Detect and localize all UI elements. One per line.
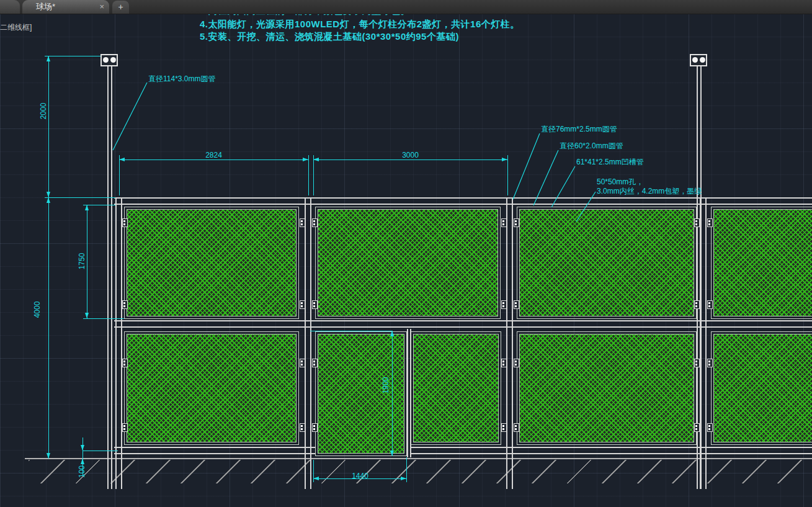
mesh-panel bbox=[711, 331, 812, 445]
clamp bbox=[501, 218, 507, 227]
mesh-panel bbox=[711, 207, 812, 319]
clamp bbox=[707, 218, 713, 227]
mesh-fill bbox=[127, 209, 297, 316]
mesh-panel bbox=[411, 331, 501, 445]
bottom-rail-right bbox=[410, 447, 812, 454]
clamp bbox=[312, 359, 318, 367]
dim-arrow bbox=[390, 451, 394, 456]
tab-label: 球场* bbox=[36, 0, 55, 14]
light-pole-left bbox=[107, 66, 112, 489]
lamp-icon bbox=[110, 57, 116, 63]
mesh-fill bbox=[519, 209, 694, 316]
mesh-fill bbox=[413, 334, 499, 442]
clamp bbox=[514, 300, 519, 309]
mesh-fill bbox=[713, 334, 812, 442]
dim-text-3000: 3000 bbox=[313, 151, 507, 159]
clamp bbox=[514, 218, 519, 227]
callout-mesh: 50*50mm孔， 3.0mm内丝，4.2mm包塑，墨绿 bbox=[597, 177, 702, 196]
fence-post-3 bbox=[506, 197, 513, 489]
dim-line-1900 bbox=[392, 331, 393, 456]
clamp bbox=[312, 423, 318, 432]
clamp bbox=[707, 300, 713, 309]
dim-extension bbox=[83, 318, 124, 319]
new-tab-button[interactable]: + bbox=[112, 1, 129, 14]
dim-text-2824: 2824 bbox=[119, 151, 308, 159]
light-fixture-right bbox=[690, 54, 707, 66]
clamp bbox=[694, 218, 700, 227]
middle-rail bbox=[114, 320, 812, 328]
dim-extension bbox=[83, 451, 118, 451]
ground-hatch bbox=[29, 460, 812, 483]
clamp bbox=[694, 359, 700, 367]
clamp bbox=[122, 359, 128, 367]
door-post bbox=[407, 329, 411, 457]
callout-channel: 61*41*2.5mm凹槽管 bbox=[576, 158, 644, 167]
dim-extension bbox=[310, 331, 392, 331]
fence-post-2 bbox=[305, 197, 311, 489]
note-line4: 4.太阳能灯，光源采用100WLED灯，每个灯柱分布2盏灯，共计16个灯柱。 bbox=[200, 19, 520, 30]
clamp bbox=[514, 423, 519, 432]
tab-qiuchang[interactable]: 球场* × bbox=[22, 0, 109, 14]
dim-arrow bbox=[390, 331, 394, 336]
note-line5: 5.安装、开挖、清运、浇筑混凝土基础(30*30*50约95个基础) bbox=[200, 31, 459, 43]
clamp bbox=[300, 423, 305, 432]
clamp bbox=[707, 359, 713, 367]
mesh-panel bbox=[124, 331, 299, 445]
mesh-panel bbox=[517, 207, 697, 319]
dim-extension bbox=[308, 155, 309, 195]
fence-post-4 bbox=[700, 197, 707, 489]
clamp bbox=[501, 359, 507, 367]
mesh-fill bbox=[318, 209, 498, 316]
dim-text-1750: 1750 bbox=[78, 249, 86, 274]
dim-line-2824 bbox=[119, 159, 308, 160]
cad-window: 球场* × + 二维线框] 3.网柱为围网立柱的一部分，颜色要求为墨绿色。 4.… bbox=[0, 0, 812, 507]
file-tab-bar: 球场* × + bbox=[0, 0, 812, 14]
dim-arrow bbox=[47, 56, 50, 61]
clamp bbox=[312, 300, 318, 309]
callout-pipe60: 直径60*2.0mm圆管 bbox=[560, 141, 623, 151]
top-rail bbox=[114, 197, 812, 205]
clamp bbox=[694, 300, 700, 309]
dim-line-vertical-main bbox=[48, 56, 49, 459]
bottom-rail-left bbox=[114, 447, 315, 454]
clamp bbox=[501, 300, 507, 309]
dim-arrow bbox=[85, 205, 89, 210]
clamp bbox=[300, 218, 305, 227]
dim-text-100: 100 bbox=[78, 459, 86, 484]
dim-arrow bbox=[81, 445, 84, 451]
clamp bbox=[707, 423, 713, 432]
callout-pipe76: 直径76mm*2.5mm圆管 bbox=[541, 125, 617, 134]
door-panel bbox=[315, 331, 407, 456]
fence-post-1 bbox=[115, 197, 122, 489]
mesh-panel bbox=[124, 207, 299, 319]
callout-mesh-line2: 3.0mm内丝，4.2mm包塑，墨绿 bbox=[597, 187, 702, 196]
clamp bbox=[694, 423, 700, 432]
clamp bbox=[312, 218, 318, 227]
dim-extension bbox=[507, 155, 508, 195]
dim-arrow bbox=[85, 313, 89, 318]
clamp bbox=[300, 300, 305, 309]
lamp-icon bbox=[692, 57, 698, 63]
tab-close-icon[interactable]: × bbox=[99, 0, 104, 14]
viewport-style-control[interactable]: 二维线框] bbox=[0, 22, 32, 33]
dim-text-1440: 1440 bbox=[313, 472, 407, 480]
mesh-fill bbox=[318, 334, 404, 454]
mesh-panel bbox=[517, 331, 697, 445]
dim-text-4000: 4000 bbox=[33, 297, 42, 322]
clamp bbox=[122, 218, 128, 227]
clamp bbox=[300, 359, 305, 367]
tab-previous-partial[interactable] bbox=[0, 0, 20, 14]
mesh-fill bbox=[713, 209, 812, 316]
dim-line-3000 bbox=[313, 159, 507, 160]
mesh-fill bbox=[519, 334, 694, 442]
dim-text-1900: 1900 bbox=[381, 372, 390, 399]
ground-line bbox=[25, 458, 812, 459]
clamp bbox=[122, 423, 128, 432]
dim-line-1750 bbox=[87, 205, 87, 318]
clamp bbox=[501, 423, 507, 432]
dim-arrow bbox=[47, 197, 50, 203]
lamp-icon bbox=[103, 57, 109, 63]
dim-extension bbox=[45, 197, 115, 198]
callout-mesh-line1: 50*50mm孔， bbox=[597, 177, 702, 187]
dim-extension bbox=[45, 56, 100, 56]
